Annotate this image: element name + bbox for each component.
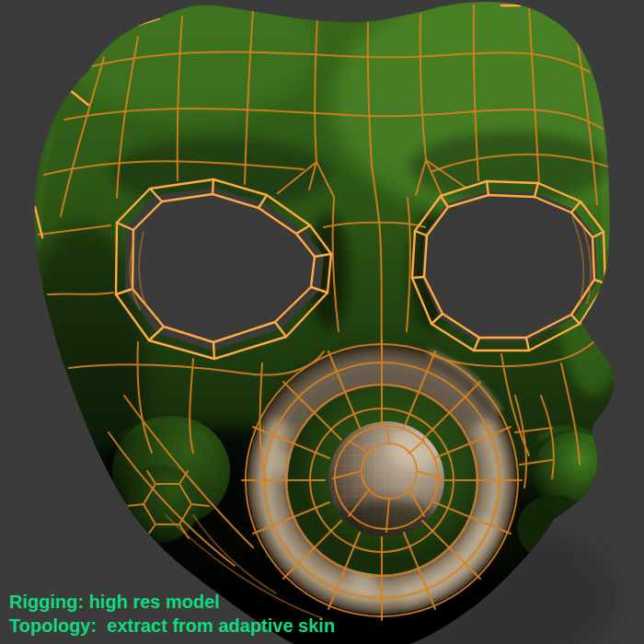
- caption-topology: Topology: extract from adaptive skin: [9, 614, 335, 638]
- gas-mask-3d-render: [0, 0, 644, 644]
- caption-rigging: Rigging: high res model: [9, 590, 220, 614]
- render-viewport: Rigging: high res model Topology: extrac…: [0, 0, 644, 644]
